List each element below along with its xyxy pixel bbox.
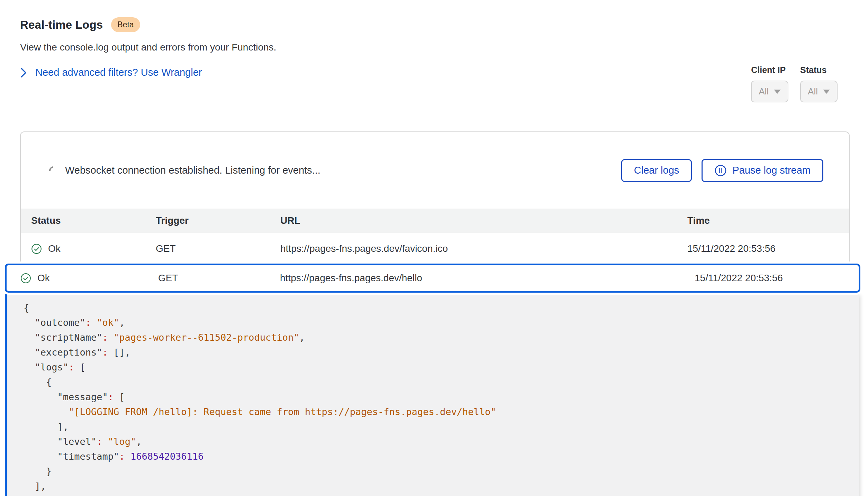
- pause-log-stream-button[interactable]: Pause log stream: [702, 159, 823, 182]
- column-header-status: Status: [31, 215, 156, 226]
- column-header-trigger: Trigger: [156, 215, 280, 226]
- wrangler-link[interactable]: Need advanced filters? Use Wrangler: [20, 67, 276, 78]
- client-ip-filter-dropdown[interactable]: All: [751, 81, 788, 102]
- row-time: 15/11/2022 20:53:56: [695, 273, 859, 284]
- row-url: https://pages-fns.pages.dev/favicon.ico: [280, 243, 687, 254]
- json-log-code: { "outcome": "ok", "scriptName": "pages-…: [24, 300, 859, 494]
- check-circle-icon: [20, 273, 31, 284]
- page-subtitle: View the console.log output and errors f…: [20, 42, 276, 53]
- row-trigger: GET: [158, 273, 280, 284]
- table-row-selected[interactable]: Ok GET https://pages-fns.pages.dev/hello…: [5, 264, 860, 293]
- beta-badge: Beta: [111, 17, 140, 32]
- expanded-log-panel: { "outcome": "ok", "scriptName": "pages-…: [5, 293, 859, 496]
- status-filter-value: All: [808, 86, 818, 97]
- column-header-time: Time: [687, 215, 849, 226]
- row-trigger: GET: [156, 243, 280, 254]
- log-toolbar: Websocket connection established. Listen…: [21, 132, 849, 209]
- spinner-icon: [47, 165, 59, 176]
- caret-down-icon: [823, 90, 830, 94]
- client-ip-filter-label: Client IP: [751, 65, 788, 75]
- caret-down-icon: [774, 90, 781, 94]
- clear-logs-button-label: Clear logs: [634, 165, 679, 176]
- wrangler-link-label: Need advanced filters? Use Wrangler: [35, 67, 202, 78]
- table-row[interactable]: Ok GET https://pages-fns.pages.dev/favic…: [21, 233, 849, 265]
- check-circle-icon: [31, 244, 42, 254]
- websocket-status-message: Websocket connection established. Listen…: [65, 165, 320, 176]
- column-header-url: URL: [280, 215, 687, 226]
- status-filter-label: Status: [800, 65, 838, 75]
- pause-circle-icon: [714, 164, 727, 177]
- log-table-header: Status Trigger URL Time: [21, 209, 849, 233]
- row-status: Ok: [48, 243, 61, 254]
- page-header: Real-time Logs Beta View the console.log…: [20, 17, 276, 78]
- client-ip-filter-value: All: [759, 86, 769, 97]
- row-status: Ok: [37, 273, 50, 284]
- page-title: Real-time Logs: [20, 18, 103, 31]
- row-time: 15/11/2022 20:53:56: [687, 243, 849, 254]
- chevron-right-icon: [20, 67, 27, 78]
- status-filter-dropdown[interactable]: All: [800, 81, 838, 102]
- row-url: https://pages-fns.pages.dev/hello: [280, 273, 695, 284]
- clear-logs-button[interactable]: Clear logs: [621, 159, 692, 182]
- filters: Client IP All Status All: [751, 65, 838, 102]
- pause-log-stream-button-label: Pause log stream: [732, 165, 811, 176]
